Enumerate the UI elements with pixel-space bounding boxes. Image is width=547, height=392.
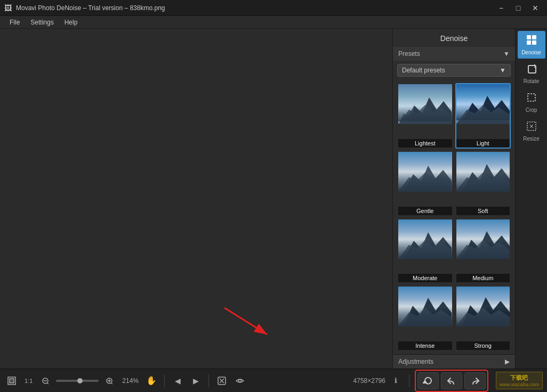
svg-marker-3 <box>398 97 452 124</box>
main-content: Denoise Presets ▼ Default presets ▼ <box>0 29 547 369</box>
svg-line-25 <box>47 383 49 384</box>
rotate-icon <box>526 63 537 77</box>
svg-line-1 <box>224 308 267 334</box>
hand-tool-button[interactable]: ✋ <box>144 373 159 388</box>
action-buttons-group <box>415 370 488 392</box>
tool-resize[interactable]: Resize <box>518 117 545 145</box>
refresh-button[interactable] <box>417 372 439 389</box>
zoom-in-button[interactable] <box>102 373 117 388</box>
preset-strong-label: Strong <box>456 341 510 350</box>
adjustments-header[interactable]: Adjustments ▶ <box>393 354 515 369</box>
maximize-button[interactable]: □ <box>511 2 526 14</box>
svg-marker-13 <box>462 297 510 326</box>
rotate-label: Rotate <box>524 78 539 84</box>
presets-arrow-icon: ▼ <box>503 50 510 58</box>
svg-marker-8 <box>404 166 452 192</box>
separator-2 <box>208 374 209 387</box>
fit-button[interactable] <box>4 373 19 388</box>
crop-icon <box>526 92 537 106</box>
svg-marker-12 <box>404 298 452 326</box>
tool-crop[interactable]: Crop <box>518 88 545 116</box>
separator-1 <box>164 374 165 387</box>
canvas-wrapper <box>0 29 392 369</box>
tool-denoise[interactable]: Denoise <box>518 31 545 59</box>
preset-gentle-label: Gentle <box>398 207 452 215</box>
svg-rect-4 <box>398 121 452 124</box>
presets-grid: Lightest Light <box>393 80 515 354</box>
denoise-label: Denoise <box>521 50 541 55</box>
preset-medium[interactable]: Medium <box>455 218 511 284</box>
resize-label: Resize <box>523 136 540 142</box>
play-button[interactable]: ▶ <box>188 373 203 388</box>
presets-dropdown-value: Default presets <box>402 67 445 74</box>
svg-marker-6 <box>456 96 510 124</box>
preview-button[interactable] <box>232 373 247 388</box>
menu-file[interactable]: File <box>4 18 25 27</box>
previous-button[interactable]: ◀ <box>170 373 185 388</box>
title-bar-controls: − □ ✕ <box>494 2 543 14</box>
svg-rect-19 <box>528 94 535 101</box>
watermark-area: 下载吧 www.xiazaiba.com <box>496 372 543 389</box>
watermark-brand: 下载吧 <box>510 374 528 382</box>
presets-dropdown[interactable]: Default presets ▼ <box>397 64 511 77</box>
svg-rect-16 <box>527 40 531 45</box>
preset-intense[interactable]: Intense <box>397 285 453 351</box>
svg-rect-14 <box>527 35 531 39</box>
svg-point-31 <box>239 379 242 382</box>
title-bar: 🖼 Movavi Photo DeNoise – Trial version –… <box>0 0 547 16</box>
denoise-icon <box>526 34 537 48</box>
preset-soft[interactable]: Soft <box>455 151 511 216</box>
preset-medium-label: Medium <box>456 274 510 282</box>
zoom-level: 214% <box>120 377 141 385</box>
adjustments-arrow-icon: ▶ <box>505 358 510 365</box>
tools-sidebar: Denoise Rotate Crop <box>515 29 547 369</box>
svg-rect-22 <box>10 379 14 383</box>
preset-lightest-label: Lightest <box>398 139 452 148</box>
redo-button[interactable] <box>464 372 486 389</box>
tool-rotate[interactable]: Rotate <box>518 60 545 87</box>
one-to-one-button[interactable]: 1:1 <box>22 373 35 388</box>
preset-light-label: Light <box>456 139 510 148</box>
preset-strong[interactable]: Strong <box>455 285 511 351</box>
zoom-slider[interactable] <box>56 380 99 382</box>
preset-moderate[interactable]: Moderate <box>397 218 453 284</box>
svg-line-29 <box>111 383 112 384</box>
separator-3 <box>409 374 409 387</box>
presets-header[interactable]: Presets ▼ <box>393 47 515 61</box>
preset-light[interactable]: Light <box>455 83 511 149</box>
presets-label: Presets <box>398 50 420 58</box>
preset-intense-label: Intense <box>398 341 452 350</box>
svg-rect-7 <box>456 120 510 124</box>
svg-rect-15 <box>532 35 536 39</box>
bottom-toolbar: 1:1 214% ✋ ◀ ▶ 4758×2796 ℹ <box>0 369 547 392</box>
preset-gentle[interactable]: Gentle <box>397 151 453 216</box>
title-bar-left: 🖼 Movavi Photo DeNoise – Trial version –… <box>4 4 165 12</box>
menu-help[interactable]: Help <box>59 18 83 27</box>
dropdown-chevron-icon: ▼ <box>500 67 506 74</box>
right-panel: Denoise Presets ▼ Default presets ▼ <box>392 29 515 369</box>
delete-button[interactable] <box>214 373 229 388</box>
svg-marker-9 <box>462 164 510 192</box>
denoise-panel: Denoise Presets ▼ Default presets ▼ <box>393 29 515 369</box>
window-title: Movavi Photo DeNoise – Trial version – 8… <box>16 4 165 12</box>
close-button[interactable]: ✕ <box>528 2 543 14</box>
adjustments-label: Adjustments <box>398 358 433 365</box>
zoom-out-button[interactable] <box>38 373 53 388</box>
resize-icon <box>526 120 537 135</box>
svg-marker-32 <box>423 381 427 383</box>
preset-lightest[interactable]: Lightest <box>397 83 453 149</box>
app-icon: 🖼 <box>4 4 12 12</box>
menu-settings[interactable]: Settings <box>25 18 59 27</box>
info-button[interactable]: ℹ <box>389 373 404 388</box>
image-dimensions: 4758×2796 <box>353 377 385 385</box>
watermark-url: www.xiazaiba.com <box>500 382 539 387</box>
menu-bar: File Settings Help <box>0 16 547 29</box>
svg-marker-11 <box>462 231 510 259</box>
svg-marker-10 <box>404 232 452 259</box>
svg-rect-17 <box>532 40 536 45</box>
crop-label: Crop <box>526 107 537 113</box>
panel-title: Denoise <box>393 29 515 47</box>
undo-button[interactable] <box>441 372 462 389</box>
minimize-button[interactable]: − <box>494 2 509 14</box>
preset-soft-label: Soft <box>456 207 510 215</box>
